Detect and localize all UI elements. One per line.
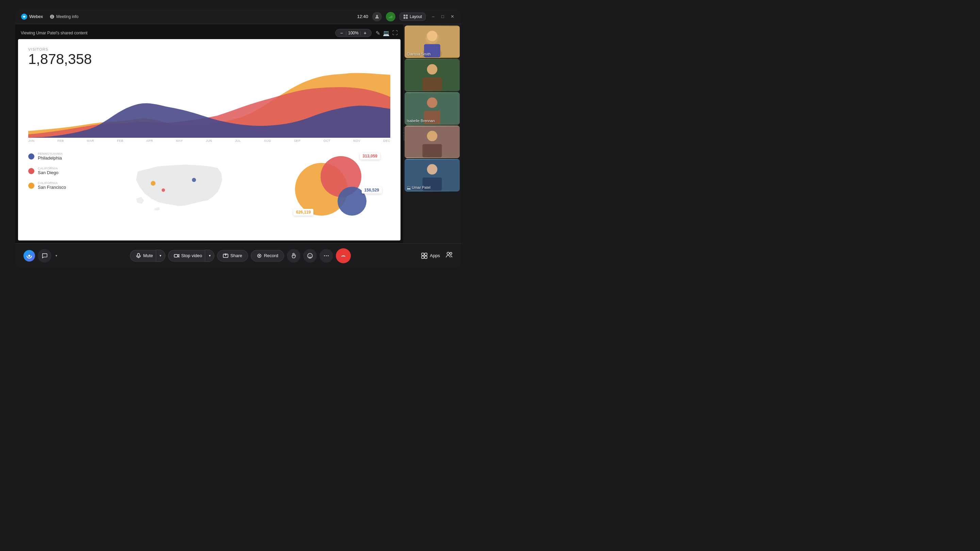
svg-point-1 — [376, 14, 378, 16]
svg-rect-6 — [406, 14, 408, 16]
hand-raise-button[interactable] — [287, 249, 301, 263]
bottom-section: PENNSYLVANIA Philadelphia CALIFORNIA San… — [28, 149, 390, 224]
layout-icon — [403, 14, 408, 19]
bottom-toolbar: ▾ Mute ▾ — [15, 243, 461, 268]
webex-activity-icon[interactable] — [24, 250, 35, 262]
svg-point-39 — [310, 255, 311, 256]
record-button[interactable]: Record — [251, 250, 284, 262]
legend-state-ca1: CALIFORNIA — [38, 167, 59, 170]
month-aug: AUG — [264, 139, 271, 143]
mute-label: Mute — [143, 253, 153, 258]
signal-icon-btn[interactable] — [386, 12, 395, 21]
svg-rect-3 — [390, 16, 391, 18]
us-map-svg — [131, 158, 226, 216]
participant-video-4 — [404, 125, 460, 158]
svg-point-15 — [427, 31, 437, 41]
close-button[interactable]: ✕ — [449, 13, 456, 20]
present-icon: 💻 — [407, 186, 411, 189]
titlebar-left: Webex Meeting info — [21, 13, 81, 20]
apps-button[interactable]: Apps — [421, 252, 440, 259]
svg-rect-31 — [137, 253, 140, 256]
zoom-in-button[interactable]: + — [363, 30, 368, 36]
svg-point-18 — [427, 64, 437, 75]
svg-rect-8 — [406, 17, 408, 18]
participant-card-2[interactable] — [404, 59, 460, 92]
legend-item-philadelphia: PENNSYLVANIA Philadelphia — [28, 152, 76, 160]
month-jul: JUL — [235, 139, 241, 143]
bubble-chart: 313,059 626,119 156,529 — [282, 149, 390, 224]
sharing-bar: Viewing Umar Patel's shared content − | … — [18, 27, 401, 39]
record-icon — [256, 253, 262, 259]
zoom-control: − | 100% | + — [335, 29, 372, 37]
participant-card-isabelle[interactable]: Isabelle Brennan — [404, 92, 460, 125]
svg-rect-25 — [422, 144, 442, 157]
participants-button[interactable] — [445, 251, 453, 260]
month-mar: MAR — [87, 139, 94, 143]
layout-button[interactable]: Layout — [399, 13, 426, 21]
reactions-button[interactable] — [303, 249, 317, 263]
month-feb2: FEB — [117, 139, 124, 143]
svg-point-11 — [151, 181, 156, 186]
svg-point-21 — [427, 98, 437, 108]
zoom-out-button[interactable]: − — [339, 30, 344, 36]
end-call-button[interactable] — [336, 248, 351, 263]
signal-icon — [388, 14, 393, 19]
svg-point-24 — [427, 131, 437, 141]
bubble-label-blue: 156,529 — [362, 187, 382, 194]
stop-video-dropdown[interactable]: ▾ — [205, 250, 215, 262]
main-window: Webex Meeting info 12:40 — [15, 9, 461, 268]
emoji-icon — [307, 253, 313, 259]
maximize-button[interactable]: □ — [439, 13, 446, 20]
webex-logo-icon — [21, 13, 27, 20]
month-dec: DEC — [383, 139, 390, 143]
presenting-indicator: 💻 Umar Patel — [407, 185, 430, 189]
legend-city-philadelphia: Philadelphia — [38, 156, 63, 160]
month-feb: FEB — [57, 139, 64, 143]
webex-ring-icon — [26, 252, 33, 259]
legend: PENNSYLVANIA Philadelphia CALIFORNIA San… — [28, 149, 76, 224]
shared-content: VISITORS 1,878,358 — [18, 39, 401, 240]
fullscreen-icon[interactable]: ⛶ — [392, 30, 398, 37]
annotate-icon[interactable]: ✎ — [375, 30, 380, 37]
svg-point-47 — [447, 252, 449, 255]
end-call-icon — [340, 252, 347, 259]
stop-video-button[interactable]: Stop video — [168, 250, 208, 262]
participant-card-umar[interactable]: 💻 Umar Patel — [404, 159, 460, 192]
legend-state-ca2: CALIFORNIA — [38, 181, 66, 185]
profile-icon-btn[interactable] — [372, 12, 382, 21]
svg-point-27 — [427, 164, 437, 175]
mute-dropdown[interactable]: ▾ — [156, 250, 165, 262]
sidebar-participants: ❮ Clarissa Smith — [403, 24, 461, 243]
webex-logo: Webex — [21, 13, 43, 20]
bubble-label-orange: 626,119 — [293, 209, 313, 216]
window-controls: – □ ✕ — [430, 13, 456, 20]
month-nov: NOV — [353, 139, 360, 143]
chat-button[interactable] — [38, 249, 51, 263]
meeting-info-button[interactable]: Meeting info — [47, 13, 81, 20]
apps-icon — [421, 252, 428, 259]
more-icon — [323, 253, 329, 259]
svg-rect-4 — [391, 16, 392, 18]
more-options-button[interactable] — [320, 249, 333, 263]
toolbar-right: Apps — [421, 251, 453, 260]
svg-point-36 — [259, 255, 260, 256]
month-may: MAY — [176, 139, 183, 143]
svg-point-38 — [309, 255, 309, 256]
participant-card-4[interactable] — [404, 125, 460, 158]
participant-card-clarissa[interactable]: Clarissa Smith — [404, 25, 460, 58]
legend-dot-sanfrancisco — [28, 183, 34, 189]
svg-point-30 — [28, 255, 30, 257]
visitors-count: 1,878,358 — [28, 51, 390, 67]
mute-button-group: Mute ▾ — [130, 250, 165, 262]
stop-video-label: Stop video — [181, 253, 202, 258]
share-button[interactable]: Share — [217, 250, 248, 262]
svg-rect-46 — [425, 256, 427, 259]
screen-share-icon[interactable]: 💻 — [383, 30, 390, 37]
chat-dropdown[interactable]: ▾ — [53, 252, 60, 259]
svg-rect-45 — [422, 256, 424, 259]
svg-point-40 — [324, 255, 325, 256]
minimize-button[interactable]: – — [430, 13, 437, 20]
mute-button[interactable]: Mute — [130, 250, 159, 262]
layout-label: Layout — [410, 14, 422, 19]
meeting-info-label: Meeting info — [56, 14, 78, 19]
